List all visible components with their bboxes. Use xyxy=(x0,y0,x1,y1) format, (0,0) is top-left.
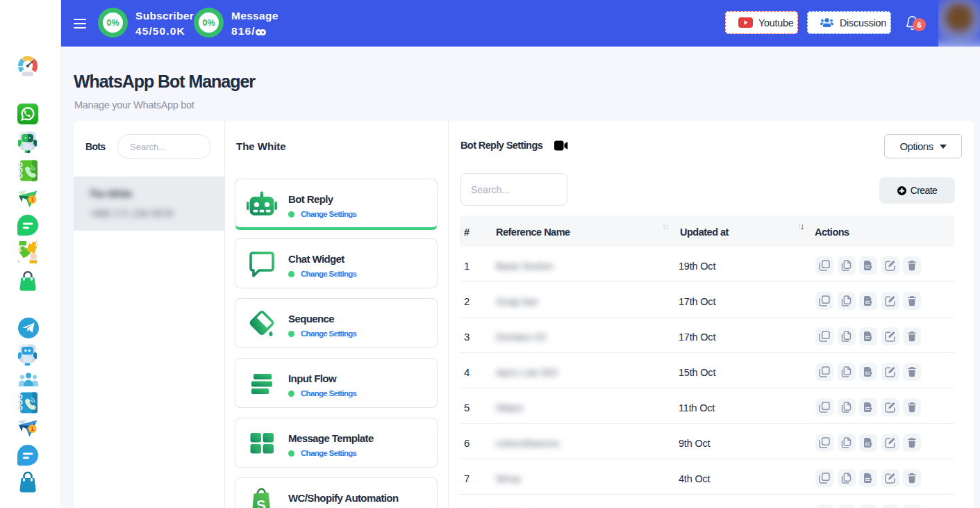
svg-text:S: S xyxy=(256,497,266,508)
svg-text:1: 1 xyxy=(31,196,34,203)
svg-text:1: 1 xyxy=(31,425,34,432)
